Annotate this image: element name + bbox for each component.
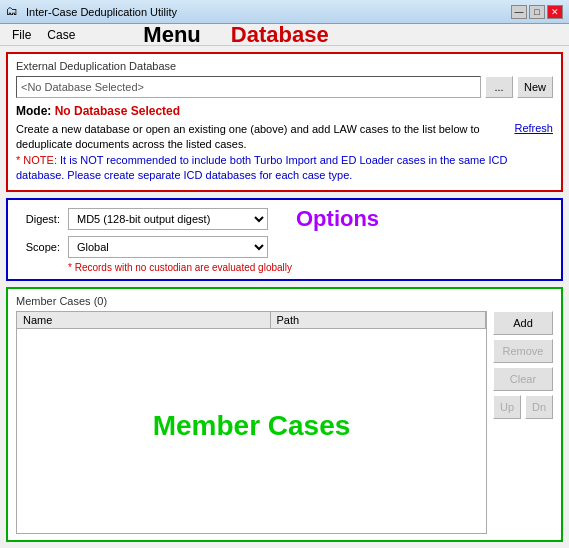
mode-label: Mode: — [16, 104, 51, 118]
overlay-database-label: Database — [231, 22, 329, 48]
digest-label: Digest: — [16, 213, 60, 225]
mode-value: No Database Selected — [55, 104, 180, 118]
scope-row: Scope: Global — [16, 236, 553, 258]
database-row: ... New — [16, 76, 553, 98]
note-line: * NOTE: It is NOT recommended to include… — [16, 153, 553, 184]
mode-desc: Create a new database or open an existin… — [16, 123, 480, 150]
member-cases-table-container: Name Path Member Cases — [16, 311, 487, 534]
add-button[interactable]: Add — [493, 311, 553, 335]
overlay-menu-label: Menu — [143, 22, 200, 48]
clear-button[interactable]: Clear — [493, 367, 553, 391]
member-cases-header: Member Cases (0) — [16, 295, 553, 307]
remove-button[interactable]: Remove — [493, 339, 553, 363]
database-section: External Deduplication Database ... New … — [6, 52, 563, 192]
up-dn-row: Up Dn — [493, 395, 553, 419]
minimize-button[interactable]: — — [511, 5, 527, 19]
title-text: Inter-Case Deduplication Utility — [26, 6, 177, 18]
overlay-members-label: Member Cases — [153, 410, 351, 442]
restore-button[interactable]: □ — [529, 5, 545, 19]
note-asterisk: * NOTE: — [16, 154, 57, 166]
digest-row: Digest: MD5 (128-bit output digest) Opti… — [16, 206, 553, 232]
refresh-link[interactable]: Refresh — [514, 122, 553, 134]
member-cases-section: Member Cases (0) Name Path Member Cases — [6, 287, 563, 542]
mode-desc-container: Refresh Create a new database or open an… — [16, 122, 553, 153]
dn-button[interactable]: Dn — [525, 395, 553, 419]
database-section-label: External Deduplication Database — [16, 60, 553, 72]
menu-case[interactable]: Case — [39, 26, 83, 44]
overlay-options-label: Options — [296, 206, 379, 232]
database-path-input[interactable] — [16, 76, 481, 98]
browse-button[interactable]: ... — [485, 76, 513, 98]
up-button[interactable]: Up — [493, 395, 521, 419]
mode-line: Mode: No Database Selected — [16, 104, 553, 118]
member-cases-body: Name Path Member Cases Add Remove Clear — [16, 311, 553, 534]
col-path: Path — [270, 312, 486, 329]
title-bar: 🗂 Inter-Case Deduplication Utility — □ ✕ — [0, 0, 569, 24]
menu-file[interactable]: File — [4, 26, 39, 44]
scope-select[interactable]: Global — [68, 236, 268, 258]
main-content: External Deduplication Database ... New … — [0, 46, 569, 548]
close-button[interactable]: ✕ — [547, 5, 563, 19]
member-cases-table: Name Path — [17, 312, 486, 329]
app-icon: 🗂 — [6, 4, 22, 20]
menu-bar: File Case Menu Database — [0, 24, 569, 46]
options-section: Digest: MD5 (128-bit output digest) Opti… — [6, 198, 563, 281]
col-name: Name — [17, 312, 270, 329]
member-cases-buttons: Add Remove Clear Up Dn — [493, 311, 553, 534]
digest-select[interactable]: MD5 (128-bit output digest) — [68, 208, 268, 230]
scope-note: * Records with no custodian are evaluate… — [68, 262, 553, 273]
new-button[interactable]: New — [517, 76, 553, 98]
note-text: It is NOT recommended to include both Tu… — [16, 154, 507, 181]
scope-label: Scope: — [16, 241, 60, 253]
